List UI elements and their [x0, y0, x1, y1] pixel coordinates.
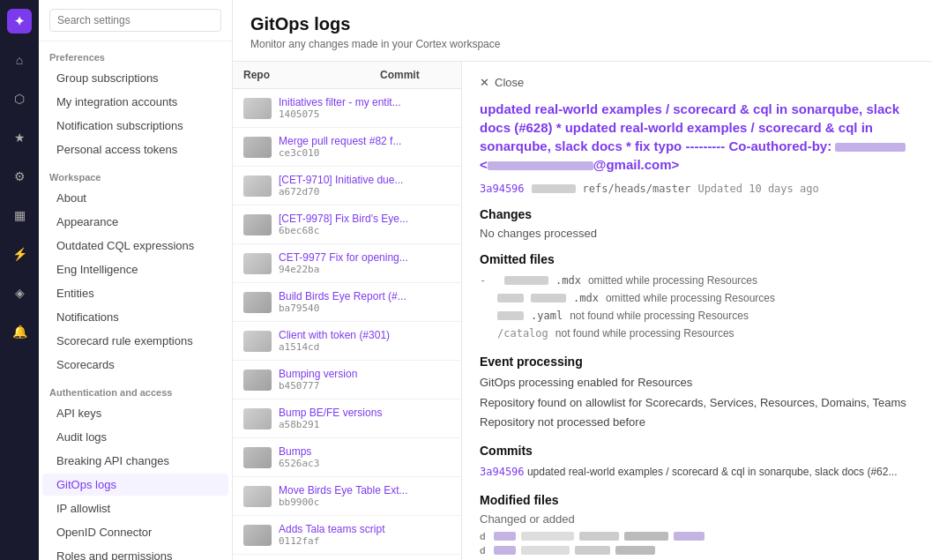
log-row[interactable]: [CET-9710] Initiative due... a672d70: [233, 167, 461, 205]
sidebar-item-notification-subscriptions[interactable]: Notification subscriptions: [42, 115, 228, 137]
log-row-info: Bump BE/FE versions a58b291: [279, 407, 451, 430]
email-redact2: [488, 161, 593, 170]
sidebar-item-entities[interactable]: Entities: [42, 282, 228, 304]
log-row[interactable]: Move Birds Eye Table Ext... bb9900c: [233, 477, 461, 516]
repo-thumb: [243, 292, 272, 313]
sidebar-item-about[interactable]: About: [42, 187, 228, 209]
log-row-hash: ce3c010: [279, 147, 451, 159]
sidebar-item-eng-intelligence[interactable]: Eng Intelligence: [42, 258, 228, 280]
log-row-info: Bumps 6526ac3: [279, 445, 451, 469]
sidebar-item-ip-allowlist[interactable]: IP allowlist: [42, 497, 228, 519]
repo-thumb: [243, 525, 272, 546]
repo-thumb: [243, 137, 272, 158]
log-row[interactable]: Bumping version b450777: [233, 361, 461, 399]
commit-row: 3a94596 updated real-world examples / sc…: [480, 463, 914, 481]
log-row[interactable]: CET-9977 Fix for opening... 94e22ba: [233, 244, 461, 283]
changes-section-title: Changes: [480, 207, 914, 221]
log-row[interactable]: Build Birds Eye Report (#... ba79540: [233, 283, 461, 322]
repo-thumb: [243, 175, 272, 197]
repo-redact: [532, 184, 576, 193]
repo-thumb: [243, 370, 272, 391]
commits-section-title: Commits: [480, 444, 914, 458]
log-row[interactable]: Initiatives filter - my entit... 1405075: [233, 89, 461, 128]
file-thumb: [504, 276, 548, 285]
bell-icon[interactable]: 🔔: [7, 319, 32, 344]
log-row-title: Merge pull request #82 f...: [279, 135, 451, 147]
grid-icon[interactable]: ▦: [7, 203, 32, 228]
sidebar-item-notifications[interactable]: Notifications: [42, 306, 228, 328]
omit-msg: omitted while processing Resources: [588, 274, 757, 287]
page-subtitle: Monitor any changes made in your Cortex …: [250, 38, 914, 50]
cube-icon[interactable]: ⬡: [7, 86, 32, 111]
log-row[interactable]: Adds Tala teams script 0112faf: [233, 516, 461, 555]
modified-label: Changed or added: [480, 512, 914, 526]
settings-sidebar: Preferences Group subscriptions My integ…: [39, 0, 233, 560]
repo-thumb: [243, 98, 272, 119]
section-auth: Authentication and access: [39, 377, 232, 401]
sidebar-item-group-subscriptions[interactable]: Group subscriptions: [42, 67, 228, 89]
log-row[interactable]: [CET-9978] Fix Bird's Eye... 6bec68c: [233, 205, 461, 244]
file-thumb2: [531, 294, 566, 302]
sidebar-item-outdated-cql[interactable]: Outdated CQL expressions: [42, 235, 228, 257]
sidebar-item-api-keys[interactable]: API keys: [42, 402, 228, 424]
log-row-hash: 94e22ba: [279, 264, 451, 275]
event-line-3: Repository not processed before: [480, 414, 914, 431]
log-row-title: Bump BE/FE versions: [279, 407, 451, 419]
home-icon[interactable]: ⌂: [7, 48, 32, 72]
log-row-title: Adds Tala teams script: [279, 523, 451, 535]
file-redact4: [674, 532, 705, 541]
sidebar-item-openid[interactable]: OpenID Connector: [42, 521, 228, 543]
detail-meta: 3a94596 refs/heads/master Updated 10 day…: [480, 183, 914, 195]
repo-thumb: [243, 253, 272, 274]
file-redact3: [615, 546, 655, 555]
log-row[interactable]: Bump BE/FE versions a58b291: [233, 399, 461, 438]
omit-msg: not found while processing Resources: [555, 327, 734, 340]
sidebar-item-audit-logs[interactable]: Audit logs: [42, 426, 228, 448]
commit-hash-ref[interactable]: 3a94596: [480, 466, 525, 478]
close-button[interactable]: ✕ Close: [480, 76, 914, 89]
app-logo[interactable]: ✦: [7, 9, 32, 34]
log-row-hash: a1514cd: [279, 341, 451, 353]
modified-letter: d: [480, 531, 488, 541]
log-row-hash: a672d70: [279, 186, 451, 198]
sidebar-item-integration-accounts[interactable]: My integration accounts: [42, 91, 228, 113]
file-ext: .mdx: [555, 274, 581, 287]
file-bar: [494, 532, 516, 541]
sidebar-item-scorecards[interactable]: Scorecards: [42, 354, 228, 376]
pin-icon[interactable]: ◈: [7, 280, 32, 305]
log-row-title: CET-9977 Fix for opening...: [279, 251, 451, 264]
file-redact2: [575, 546, 610, 555]
modified-row: d: [480, 545, 914, 556]
sidebar-item-personal-tokens[interactable]: Personal access tokens: [42, 138, 228, 161]
log-row-info: CET-9977 Fix for opening... 94e22ba: [279, 251, 451, 275]
icon-sidebar: ✦ ⌂ ⬡ ★ ⚙ ▦ ⚡ ◈ 🔔: [0, 0, 39, 560]
log-row-hash: 6bec68c: [279, 225, 451, 236]
sidebar-item-scorecard-exemptions[interactable]: Scorecard rule exemptions: [42, 330, 228, 352]
sidebar-item-gitops-logs[interactable]: GitOps logs: [42, 474, 228, 496]
log-row[interactable]: Merge pull request #82 f... ce3c010: [233, 128, 461, 167]
log-row[interactable]: fix: refactor edit initiative... cd4daf7: [233, 555, 461, 560]
log-row[interactable]: Client with token (#301) a1514cd: [233, 322, 461, 361]
event-line-1: GitOps processing enabled for Resources: [480, 374, 914, 392]
file-bar: [494, 546, 516, 555]
log-row-title: [CET-9710] Initiative due...: [279, 174, 451, 186]
log-row-title: Bumping version: [279, 368, 451, 380]
sidebar-item-roles[interactable]: Roles and permissions: [42, 545, 228, 560]
search-input[interactable]: [49, 9, 221, 32]
log-row-info: Client with token (#301) a1514cd: [279, 329, 451, 353]
file-ext: .yaml: [531, 310, 563, 322]
settings-icon[interactable]: ⚙: [7, 164, 32, 189]
repo-thumb: [243, 408, 272, 429]
sidebar-item-breaking-api[interactable]: Breaking API changes: [42, 450, 228, 472]
file-redact3: [624, 532, 668, 541]
star-icon[interactable]: ★: [7, 125, 32, 150]
sidebar-item-appearance[interactable]: Appearance: [42, 211, 228, 233]
omitted-section-title: Omitted files: [480, 252, 914, 266]
modified-row: d: [480, 531, 914, 541]
log-row-info: Build Birds Eye Report (#... ba79540: [279, 290, 451, 314]
lightning-icon[interactable]: ⚡: [7, 242, 32, 266]
commits-list: 3a94596 updated real-world examples / sc…: [480, 463, 914, 481]
log-row[interactable]: Bumps 6526ac3: [233, 438, 461, 477]
close-label: Close: [495, 76, 524, 89]
commit-message: updated real-world examples / scorecard …: [527, 466, 898, 478]
